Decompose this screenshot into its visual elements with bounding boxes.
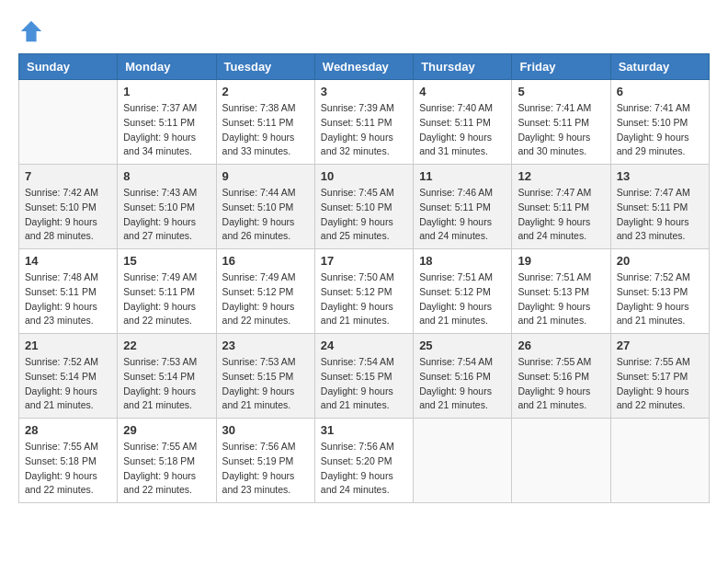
calendar-cell: 20Sunrise: 7:52 AMSunset: 5:13 PMDayligh…: [610, 249, 709, 334]
day-number: 13: [617, 169, 703, 183]
day-number: 6: [617, 85, 703, 98]
calendar-cell: 4Sunrise: 7:40 AMSunset: 5:11 PMDaylight…: [414, 80, 512, 165]
day-info: Sunrise: 7:47 AMSunset: 5:11 PMDaylight:…: [518, 186, 604, 244]
day-info: Sunrise: 7:50 AMSunset: 5:12 PMDaylight:…: [321, 270, 407, 328]
calendar-header-friday: Friday: [512, 54, 610, 80]
day-info: Sunrise: 7:51 AMSunset: 5:12 PMDaylight:…: [419, 270, 506, 328]
day-info: Sunrise: 7:55 AMSunset: 5:17 PMDaylight:…: [617, 355, 703, 413]
day-info: Sunrise: 7:49 AMSunset: 5:11 PMDaylight:…: [123, 270, 210, 328]
day-number: 8: [123, 169, 210, 183]
calendar-cell: 19Sunrise: 7:51 AMSunset: 5:13 PMDayligh…: [512, 249, 610, 334]
calendar-cell: 22Sunrise: 7:53 AMSunset: 5:14 PMDayligh…: [118, 334, 216, 419]
day-number: 28: [25, 423, 111, 437]
calendar-cell: 8Sunrise: 7:43 AMSunset: 5:10 PMDaylight…: [118, 165, 216, 249]
calendar-header-saturday: Saturday: [610, 54, 709, 80]
calendar-cell: 14Sunrise: 7:48 AMSunset: 5:11 PMDayligh…: [19, 249, 118, 334]
calendar-header-tuesday: Tuesday: [216, 54, 314, 80]
day-number: 5: [518, 85, 604, 98]
calendar-cell: 29Sunrise: 7:55 AMSunset: 5:18 PMDayligh…: [118, 419, 216, 503]
day-info: Sunrise: 7:41 AMSunset: 5:11 PMDaylight:…: [518, 101, 604, 159]
calendar-cell: 16Sunrise: 7:49 AMSunset: 5:12 PMDayligh…: [216, 249, 314, 334]
day-number: 20: [617, 254, 703, 268]
calendar-cell: 3Sunrise: 7:39 AMSunset: 5:11 PMDaylight…: [314, 80, 413, 165]
day-number: 1: [123, 85, 210, 98]
day-number: 31: [321, 423, 407, 437]
day-number: 14: [25, 254, 111, 268]
day-number: 26: [518, 339, 604, 352]
logo: [18, 18, 48, 44]
day-info: Sunrise: 7:52 AMSunset: 5:13 PMDaylight:…: [617, 270, 703, 328]
calendar-cell: 2Sunrise: 7:38 AMSunset: 5:11 PMDaylight…: [216, 80, 314, 165]
svg-marker-0: [21, 21, 41, 41]
day-info: Sunrise: 7:44 AMSunset: 5:10 PMDaylight:…: [222, 186, 309, 244]
day-info: Sunrise: 7:56 AMSunset: 5:19 PMDaylight:…: [222, 440, 309, 498]
calendar-cell: 10Sunrise: 7:45 AMSunset: 5:10 PMDayligh…: [314, 165, 413, 249]
calendar-cell: [414, 419, 512, 503]
day-number: 10: [321, 169, 407, 183]
calendar-cell: 5Sunrise: 7:41 AMSunset: 5:11 PMDaylight…: [512, 80, 610, 165]
calendar-header-monday: Monday: [118, 54, 216, 80]
calendar-cell: 1Sunrise: 7:37 AMSunset: 5:11 PMDaylight…: [118, 80, 216, 165]
calendar-cell: 27Sunrise: 7:55 AMSunset: 5:17 PMDayligh…: [610, 334, 709, 419]
calendar-cell: 25Sunrise: 7:54 AMSunset: 5:16 PMDayligh…: [414, 334, 512, 419]
calendar: SundayMondayTuesdayWednesdayThursdayFrid…: [18, 53, 710, 503]
calendar-cell: 31Sunrise: 7:56 AMSunset: 5:20 PMDayligh…: [314, 419, 413, 503]
day-number: 21: [25, 339, 111, 352]
day-number: 12: [518, 169, 604, 183]
day-number: 19: [518, 254, 604, 268]
calendar-header-row: SundayMondayTuesdayWednesdayThursdayFrid…: [19, 54, 710, 80]
calendar-cell: 28Sunrise: 7:55 AMSunset: 5:18 PMDayligh…: [19, 419, 118, 503]
day-info: Sunrise: 7:42 AMSunset: 5:10 PMDaylight:…: [25, 186, 111, 244]
day-number: 4: [419, 85, 506, 98]
day-number: 27: [617, 339, 703, 352]
calendar-cell: 17Sunrise: 7:50 AMSunset: 5:12 PMDayligh…: [314, 249, 413, 334]
calendar-cell: 6Sunrise: 7:41 AMSunset: 5:10 PMDaylight…: [610, 80, 709, 165]
day-number: 2: [222, 85, 309, 98]
day-info: Sunrise: 7:56 AMSunset: 5:20 PMDaylight:…: [321, 440, 407, 498]
day-info: Sunrise: 7:55 AMSunset: 5:18 PMDaylight:…: [25, 440, 111, 498]
day-info: Sunrise: 7:41 AMSunset: 5:10 PMDaylight:…: [617, 101, 703, 159]
calendar-cell: 23Sunrise: 7:53 AMSunset: 5:15 PMDayligh…: [216, 334, 314, 419]
calendar-cell: 24Sunrise: 7:54 AMSunset: 5:15 PMDayligh…: [314, 334, 413, 419]
day-info: Sunrise: 7:54 AMSunset: 5:15 PMDaylight:…: [321, 355, 407, 413]
calendar-week-5: 28Sunrise: 7:55 AMSunset: 5:18 PMDayligh…: [19, 419, 710, 503]
day-number: 25: [419, 339, 506, 352]
day-info: Sunrise: 7:55 AMSunset: 5:18 PMDaylight:…: [123, 440, 210, 498]
calendar-cell: [610, 419, 709, 503]
day-number: 9: [222, 169, 309, 183]
calendar-cell: 15Sunrise: 7:49 AMSunset: 5:11 PMDayligh…: [118, 249, 216, 334]
day-info: Sunrise: 7:37 AMSunset: 5:11 PMDaylight:…: [123, 101, 210, 159]
day-info: Sunrise: 7:48 AMSunset: 5:11 PMDaylight:…: [25, 270, 111, 328]
calendar-cell: 30Sunrise: 7:56 AMSunset: 5:19 PMDayligh…: [216, 419, 314, 503]
calendar-cell: [512, 419, 610, 503]
day-info: Sunrise: 7:39 AMSunset: 5:11 PMDaylight:…: [321, 101, 407, 159]
calendar-cell: 18Sunrise: 7:51 AMSunset: 5:12 PMDayligh…: [414, 249, 512, 334]
calendar-header-thursday: Thursday: [414, 54, 512, 80]
day-info: Sunrise: 7:45 AMSunset: 5:10 PMDaylight:…: [321, 186, 407, 244]
calendar-cell: 21Sunrise: 7:52 AMSunset: 5:14 PMDayligh…: [19, 334, 118, 419]
calendar-cell: 26Sunrise: 7:55 AMSunset: 5:16 PMDayligh…: [512, 334, 610, 419]
day-info: Sunrise: 7:55 AMSunset: 5:16 PMDaylight:…: [518, 355, 604, 413]
day-info: Sunrise: 7:54 AMSunset: 5:16 PMDaylight:…: [419, 355, 506, 413]
day-info: Sunrise: 7:51 AMSunset: 5:13 PMDaylight:…: [518, 270, 604, 328]
day-number: 7: [25, 169, 111, 183]
day-number: 23: [222, 339, 309, 352]
calendar-cell: [19, 80, 118, 165]
day-info: Sunrise: 7:43 AMSunset: 5:10 PMDaylight:…: [123, 186, 210, 244]
day-number: 29: [123, 423, 210, 437]
day-info: Sunrise: 7:46 AMSunset: 5:11 PMDaylight:…: [419, 186, 506, 244]
day-info: Sunrise: 7:47 AMSunset: 5:11 PMDaylight:…: [617, 186, 703, 244]
calendar-week-1: 1Sunrise: 7:37 AMSunset: 5:11 PMDaylight…: [19, 80, 710, 165]
day-number: 18: [419, 254, 506, 268]
day-number: 17: [321, 254, 407, 268]
calendar-header-sunday: Sunday: [19, 54, 118, 80]
calendar-cell: 13Sunrise: 7:47 AMSunset: 5:11 PMDayligh…: [610, 165, 709, 249]
day-info: Sunrise: 7:49 AMSunset: 5:12 PMDaylight:…: [222, 270, 309, 328]
logo-icon: [18, 18, 44, 44]
day-info: Sunrise: 7:38 AMSunset: 5:11 PMDaylight:…: [222, 101, 309, 159]
page-header: [18, 18, 710, 44]
day-info: Sunrise: 7:53 AMSunset: 5:14 PMDaylight:…: [123, 355, 210, 413]
calendar-cell: 12Sunrise: 7:47 AMSunset: 5:11 PMDayligh…: [512, 165, 610, 249]
calendar-cell: 11Sunrise: 7:46 AMSunset: 5:11 PMDayligh…: [414, 165, 512, 249]
calendar-week-3: 14Sunrise: 7:48 AMSunset: 5:11 PMDayligh…: [19, 249, 710, 334]
